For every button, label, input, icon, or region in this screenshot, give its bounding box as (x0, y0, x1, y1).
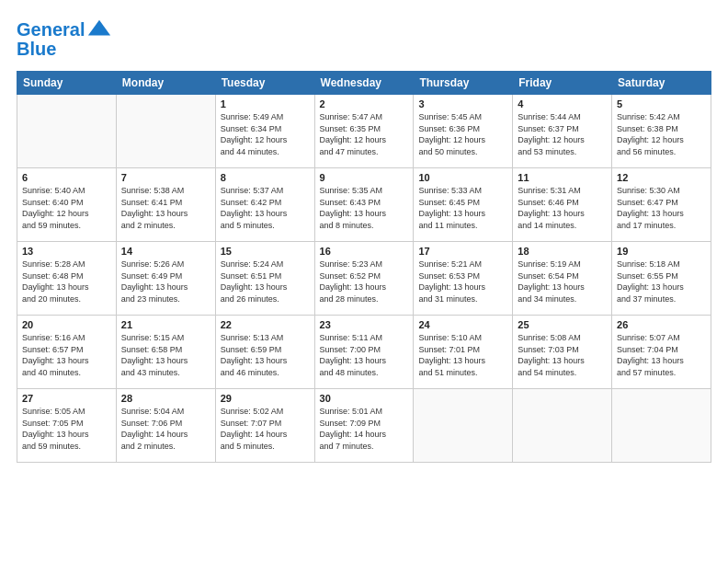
day-number: 6 (22, 172, 111, 183)
day-info: Sunrise: 5:40 AM Sunset: 6:40 PM Dayligh… (22, 185, 111, 231)
weekday-header-sunday: Sunday (17, 72, 117, 95)
calendar-cell-w2d1: 14Sunrise: 5:26 AM Sunset: 6:49 PM Dayli… (116, 242, 215, 316)
day-number: 22 (221, 319, 310, 330)
weekday-header-friday: Friday (513, 72, 612, 95)
day-info: Sunrise: 5:42 AM Sunset: 6:38 PM Dayligh… (617, 111, 706, 157)
day-info: Sunrise: 5:28 AM Sunset: 6:48 PM Dayligh… (22, 259, 111, 304)
day-info: Sunrise: 5:02 AM Sunset: 7:07 PM Dayligh… (221, 406, 310, 452)
day-info: Sunrise: 5:11 AM Sunset: 7:00 PM Dayligh… (320, 332, 409, 378)
day-number: 5 (617, 98, 706, 109)
logo-blue: Blue (17, 39, 56, 59)
day-info: Sunrise: 5:24 AM Sunset: 6:51 PM Dayligh… (221, 259, 310, 304)
day-number: 8 (221, 172, 310, 183)
day-number: 30 (320, 393, 409, 404)
day-info: Sunrise: 5:26 AM Sunset: 6:49 PM Dayligh… (121, 259, 210, 304)
day-info: Sunrise: 5:38 AM Sunset: 6:41 PM Dayligh… (121, 185, 210, 231)
day-info: Sunrise: 5:31 AM Sunset: 6:46 PM Dayligh… (518, 185, 607, 231)
calendar-cell-w1d5: 11Sunrise: 5:31 AM Sunset: 6:46 PM Dayli… (513, 168, 612, 242)
weekday-header-monday: Monday (116, 72, 215, 95)
calendar-cell-w1d3: 9Sunrise: 5:35 AM Sunset: 6:43 PM Daylig… (314, 168, 414, 242)
day-info: Sunrise: 5:23 AM Sunset: 6:52 PM Dayligh… (320, 259, 409, 304)
day-number: 19 (617, 246, 706, 257)
day-info: Sunrise: 5:01 AM Sunset: 7:09 PM Dayligh… (320, 406, 409, 452)
day-info: Sunrise: 5:15 AM Sunset: 6:58 PM Dayligh… (121, 332, 210, 378)
logo-icon (86, 17, 112, 42)
day-info: Sunrise: 5:05 AM Sunset: 7:05 PM Dayligh… (22, 406, 111, 452)
calendar-cell-w2d0: 13Sunrise: 5:28 AM Sunset: 6:48 PM Dayli… (17, 242, 117, 316)
day-number: 3 (418, 98, 507, 109)
day-info: Sunrise: 5:19 AM Sunset: 6:54 PM Dayligh… (518, 259, 607, 304)
day-number: 25 (518, 319, 607, 330)
calendar-cell-w2d4: 17Sunrise: 5:21 AM Sunset: 6:53 PM Dayli… (414, 242, 513, 316)
calendar-cell-w0d3: 2Sunrise: 5:47 AM Sunset: 6:35 PM Daylig… (314, 95, 414, 168)
calendar-cell-w3d2: 22Sunrise: 5:13 AM Sunset: 6:59 PM Dayli… (215, 316, 314, 389)
day-info: Sunrise: 5:35 AM Sunset: 6:43 PM Dayligh… (320, 185, 409, 231)
day-info: Sunrise: 5:21 AM Sunset: 6:53 PM Dayligh… (418, 259, 507, 304)
day-number: 12 (617, 172, 706, 183)
day-number: 21 (121, 319, 210, 330)
calendar-cell-w0d1 (116, 95, 215, 168)
calendar-cell-w4d1: 28Sunrise: 5:04 AM Sunset: 7:06 PM Dayli… (116, 389, 215, 463)
day-number: 16 (320, 246, 409, 257)
calendar-table: SundayMondayTuesdayWednesdayThursdayFrid… (17, 71, 711, 463)
header: General Blue (17, 17, 711, 60)
svg-marker-0 (88, 20, 110, 36)
page-container: General Blue SundayMondayTuesdayWednesda… (0, 0, 728, 563)
day-info: Sunrise: 5:10 AM Sunset: 7:01 PM Dayligh… (418, 332, 507, 378)
day-number: 29 (221, 393, 310, 404)
day-info: Sunrise: 5:44 AM Sunset: 6:37 PM Dayligh… (518, 111, 607, 157)
weekday-header-wednesday: Wednesday (314, 72, 414, 95)
day-number: 11 (518, 172, 607, 183)
weekday-header-tuesday: Tuesday (215, 72, 314, 95)
calendar-cell-w2d5: 18Sunrise: 5:19 AM Sunset: 6:54 PM Dayli… (513, 242, 612, 316)
calendar-cell-w2d3: 16Sunrise: 5:23 AM Sunset: 6:52 PM Dayli… (314, 242, 414, 316)
day-info: Sunrise: 5:13 AM Sunset: 6:59 PM Dayligh… (221, 332, 310, 378)
day-number: 7 (121, 172, 210, 183)
day-number: 13 (22, 246, 111, 257)
day-number: 15 (221, 246, 310, 257)
day-info: Sunrise: 5:18 AM Sunset: 6:55 PM Dayligh… (617, 259, 706, 304)
calendar-cell-w1d6: 12Sunrise: 5:30 AM Sunset: 6:47 PM Dayli… (612, 168, 711, 242)
day-number: 18 (518, 246, 607, 257)
calendar-cell-w0d6: 5Sunrise: 5:42 AM Sunset: 6:38 PM Daylig… (612, 95, 711, 168)
calendar-cell-w4d0: 27Sunrise: 5:05 AM Sunset: 7:05 PM Dayli… (17, 389, 117, 463)
calendar-cell-w0d4: 3Sunrise: 5:45 AM Sunset: 6:36 PM Daylig… (414, 95, 513, 168)
day-info: Sunrise: 5:45 AM Sunset: 6:36 PM Dayligh… (418, 111, 507, 157)
day-number: 14 (121, 246, 210, 257)
weekday-header-saturday: Saturday (612, 72, 711, 95)
calendar-cell-w4d5 (513, 389, 612, 463)
day-info: Sunrise: 5:33 AM Sunset: 6:45 PM Dayligh… (418, 185, 507, 231)
calendar-cell-w3d3: 23Sunrise: 5:11 AM Sunset: 7:00 PM Dayli… (314, 316, 414, 389)
day-number: 27 (22, 393, 111, 404)
day-info: Sunrise: 5:07 AM Sunset: 7:04 PM Dayligh… (617, 332, 706, 378)
day-number: 9 (320, 172, 409, 183)
calendar-cell-w4d4 (414, 389, 513, 463)
day-number: 4 (518, 98, 607, 109)
calendar-cell-w1d1: 7Sunrise: 5:38 AM Sunset: 6:41 PM Daylig… (116, 168, 215, 242)
day-number: 1 (221, 98, 310, 109)
day-number: 26 (617, 319, 706, 330)
day-info: Sunrise: 5:49 AM Sunset: 6:34 PM Dayligh… (221, 111, 310, 157)
calendar-cell-w2d6: 19Sunrise: 5:18 AM Sunset: 6:55 PM Dayli… (612, 242, 711, 316)
calendar-cell-w4d6 (612, 389, 711, 463)
calendar-cell-w4d3: 30Sunrise: 5:01 AM Sunset: 7:09 PM Dayli… (314, 389, 414, 463)
day-info: Sunrise: 5:37 AM Sunset: 6:42 PM Dayligh… (221, 185, 310, 231)
day-info: Sunrise: 5:08 AM Sunset: 7:03 PM Dayligh… (518, 332, 607, 378)
day-info: Sunrise: 5:47 AM Sunset: 6:35 PM Dayligh… (320, 111, 409, 157)
calendar-cell-w0d2: 1Sunrise: 5:49 AM Sunset: 6:34 PM Daylig… (215, 95, 314, 168)
calendar-cell-w1d4: 10Sunrise: 5:33 AM Sunset: 6:45 PM Dayli… (414, 168, 513, 242)
calendar-cell-w0d5: 4Sunrise: 5:44 AM Sunset: 6:37 PM Daylig… (513, 95, 612, 168)
calendar-cell-w1d2: 8Sunrise: 5:37 AM Sunset: 6:42 PM Daylig… (215, 168, 314, 242)
day-info: Sunrise: 5:30 AM Sunset: 6:47 PM Dayligh… (617, 185, 706, 231)
day-number: 23 (320, 319, 409, 330)
calendar-cell-w4d2: 29Sunrise: 5:02 AM Sunset: 7:07 PM Dayli… (215, 389, 314, 463)
day-number: 20 (22, 319, 111, 330)
calendar-cell-w3d1: 21Sunrise: 5:15 AM Sunset: 6:58 PM Dayli… (116, 316, 215, 389)
day-number: 2 (320, 98, 409, 109)
calendar-cell-w3d0: 20Sunrise: 5:16 AM Sunset: 6:57 PM Dayli… (17, 316, 117, 389)
day-number: 24 (418, 319, 507, 330)
calendar-cell-w3d6: 26Sunrise: 5:07 AM Sunset: 7:04 PM Dayli… (612, 316, 711, 389)
day-number: 10 (418, 172, 507, 183)
calendar-cell-w0d0 (17, 95, 117, 168)
day-number: 17 (418, 246, 507, 257)
